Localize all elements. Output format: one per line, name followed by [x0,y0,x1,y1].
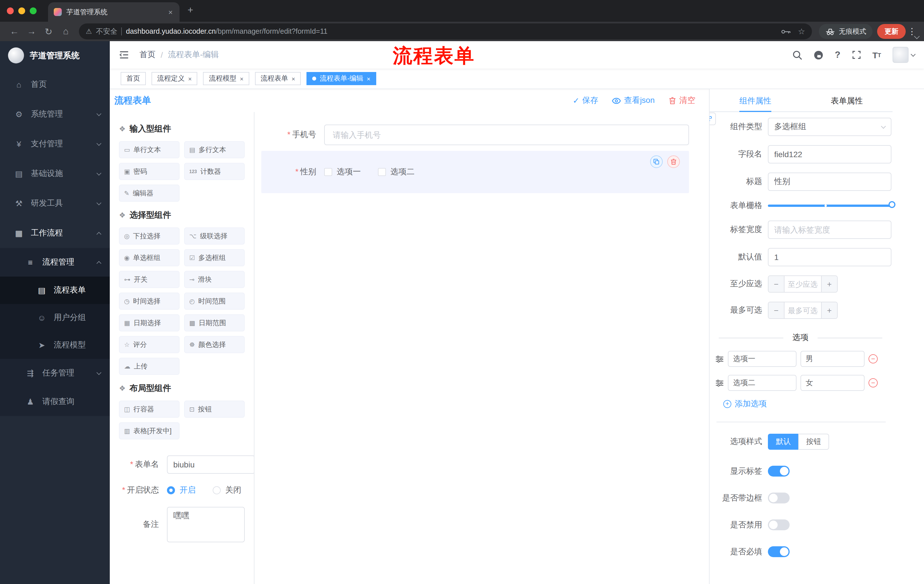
save-button[interactable]: ✓ 保存 [573,95,598,106]
sidebar-item-payment[interactable]: ¥ 支付管理 [0,129,110,159]
selected-widget-gender[interactable]: 性别 选项一 选项二 [261,151,689,193]
status-radio-on[interactable]: 开启 [167,485,196,495]
decrement-button[interactable] [769,276,784,292]
sidebar-item-process-model[interactable]: ➤ 流程模型 [0,331,110,359]
palette-item-checkbox-group[interactable]: ☑多选框组 [184,249,245,266]
forward-button[interactable]: → [23,26,40,36]
palette-item-time-picker[interactable]: ◷时间选择 [119,293,180,310]
tab-close-icon[interactable]: × [167,8,174,16]
gender-option-1[interactable]: 选项一 [324,167,361,177]
remove-option-icon[interactable] [868,354,878,364]
palette-item-time-range[interactable]: ◴时间范围 [184,293,245,310]
link-icon[interactable] [709,113,716,125]
palette-item-row-container[interactable]: ◫行容器 [119,401,180,418]
sidebar-item-workflow[interactable]: ▦ 工作流程 [0,218,110,248]
show-label-toggle[interactable] [768,466,790,477]
tab-form-props[interactable]: 表单属性 [801,89,893,112]
sidebar-item-leave-query[interactable]: ♟ 请假查询 [0,387,110,416]
clear-button[interactable]: 清空 [668,95,695,106]
sidebar-item-process-management[interactable]: ≡ 流程管理 [0,248,110,276]
style-default-button[interactable]: 默认 [768,434,798,450]
border-toggle[interactable] [768,493,790,503]
phone-input[interactable] [324,125,689,145]
palette-item-switch[interactable]: ⊶开关 [119,271,180,288]
remark-textarea[interactable]: 嘿嘿 [167,507,245,542]
tag-process-definition[interactable]: 流程定义 [152,72,198,85]
back-button[interactable]: ← [6,26,23,36]
search-icon[interactable] [792,50,802,60]
drag-handle-icon[interactable] [715,378,724,387]
option-label-input[interactable] [728,375,797,391]
close-icon[interactable] [367,75,371,82]
copy-widget-button[interactable] [650,155,663,168]
tag-home[interactable]: 首页 [120,72,146,85]
title-input[interactable] [768,173,891,191]
home-button[interactable]: ⌂ [57,26,74,36]
sidebar-item-infrastructure[interactable]: ▤ 基础设施 [0,159,110,189]
sidebar-item-user-group[interactable]: ☺ 用户分组 [0,304,110,331]
close-icon[interactable] [188,75,192,82]
label-width-input[interactable] [768,220,891,239]
decrement-button[interactable] [769,302,784,318]
phone-field-row[interactable]: 手机号 [261,125,689,145]
field-name-input[interactable] [768,145,891,163]
add-option-button[interactable]: 添加选项 [710,399,924,409]
palette-item-multi-line-text[interactable]: ▤多行文本 [184,141,245,158]
close-icon[interactable] [240,75,244,82]
sidebar-item-process-form[interactable]: ▤ 流程表单 [0,276,110,304]
style-button-button[interactable]: 按钮 [798,434,829,450]
user-menu[interactable] [893,47,915,63]
tab-component-props[interactable]: 组件属性 [710,89,801,112]
form-name-input[interactable] [167,456,254,474]
palette-item-slider[interactable]: ⊸滑块 [184,271,245,288]
form-grid-slider[interactable] [768,204,891,207]
sidebar-logo[interactable]: 芋道管理系统 [0,41,110,70]
palette-item-counter[interactable]: 123计数器 [184,163,245,180]
min-select-input[interactable] [784,276,821,292]
new-tab-button[interactable]: + [188,5,193,17]
palette-item-select[interactable]: ◎下拉选择 [119,227,180,245]
status-radio-off[interactable]: 关闭 [213,485,241,495]
palette-item-cascader[interactable]: ⌥级联选择 [184,227,245,245]
increment-button[interactable] [821,276,837,292]
window-minimize-button[interactable] [18,7,25,14]
window-close-button[interactable] [7,7,14,14]
required-toggle[interactable] [768,546,790,557]
delete-widget-button[interactable] [667,155,680,168]
option-value-input[interactable] [800,351,865,367]
key-icon[interactable] [781,28,791,35]
update-button[interactable]: 更新 [877,24,906,39]
palette-item-date-picker[interactable]: ▦日期选择 [119,314,180,331]
disabled-toggle[interactable] [768,520,790,530]
tag-process-form[interactable]: 流程表单 [255,72,301,85]
sidebar-item-home[interactable]: ⌂ 首页 [0,70,110,99]
palette-item-table[interactable]: ▥表格[开发中] [119,422,180,439]
close-icon[interactable] [292,75,295,82]
fullscreen-icon[interactable] [852,50,861,59]
option-label-input[interactable] [728,351,797,367]
slider-knob[interactable] [889,201,895,208]
font-size-icon[interactable]: TT [872,50,881,60]
max-select-input[interactable] [784,302,821,318]
palette-item-radio-group[interactable]: ◉单选框组 [119,249,180,266]
reload-button[interactable]: ↻ [40,26,57,37]
sidebar-item-dev-tools[interactable]: ⚒ 研发工具 [0,189,110,218]
sidebar-item-system[interactable]: ⚙ 系统管理 [0,99,110,129]
component-type-select[interactable]: 多选框组 [768,118,891,136]
tag-process-model[interactable]: 流程模型 [203,72,249,85]
palette-item-color-picker[interactable]: ☸颜色选择 [184,336,245,353]
window-zoom-button[interactable] [30,7,36,14]
palette-item-button[interactable]: ⊡按钮 [184,401,245,418]
github-icon[interactable] [813,50,823,60]
browser-tab[interactable]: 芋道管理系统 × [48,2,180,22]
sidebar-item-task-management[interactable]: ⇶ 任务管理 [0,359,110,387]
drag-handle-icon[interactable] [715,355,724,363]
tag-process-form-edit[interactable]: 流程表单-编辑 [307,72,376,85]
gender-option-2[interactable]: 选项二 [378,167,414,177]
increment-button[interactable] [821,302,837,318]
palette-item-upload[interactable]: ☁上传 [119,358,180,375]
view-json-button[interactable]: 查看json [612,95,655,106]
address-bar[interactable]: ⚠ 不安全 dashboard.yudao.iocoder.cn/bpm/man… [79,23,812,39]
bookmark-star-icon[interactable]: ☆ [798,27,805,36]
palette-item-rate[interactable]: ☆评分 [119,336,180,353]
